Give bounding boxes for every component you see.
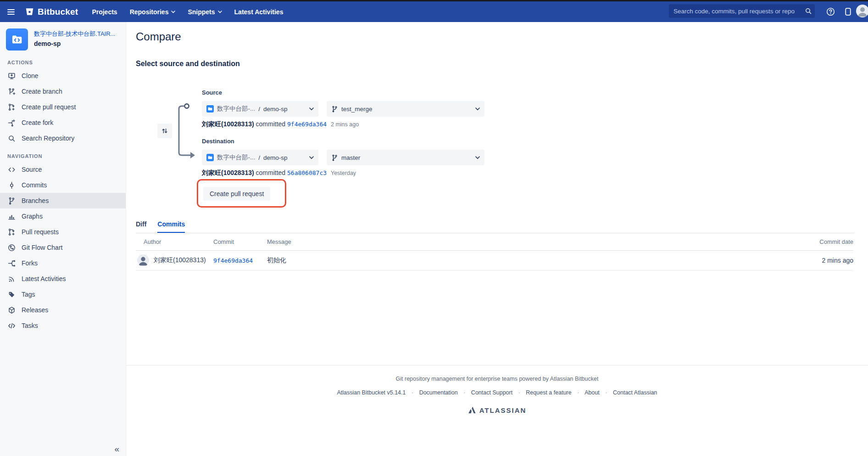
destination-commit-info: 刘家旺(10028313) committed 56a806087c3 Yest…: [202, 169, 356, 177]
atlassian-logo[interactable]: ATLASSIAN: [126, 406, 868, 414]
sidebar-item-graphs[interactable]: Graphs: [0, 208, 126, 224]
search-icon: [805, 7, 812, 15]
repo-titles: 数字中台部-技术中台部.TAIR... demo-sp: [34, 28, 115, 47]
red-highlight-annotation: Create pull request: [197, 179, 286, 208]
sidebar-item-create-branch[interactable]: Create branch: [0, 84, 126, 99]
chevron-down-icon: [309, 107, 314, 111]
footer-link-contact-atlassian[interactable]: Contact Atlassian: [613, 389, 657, 396]
nav-snippets[interactable]: Snippets: [188, 8, 222, 16]
repo-name-link[interactable]: demo-sp: [34, 40, 115, 47]
col-author: Author: [136, 238, 213, 245]
git-flow-chart-icon: [7, 243, 16, 252]
footer-version: Atlassian Bitbucket v5.14.1: [337, 389, 406, 396]
footer-tagline: Git repository management for enterprise…: [126, 376, 868, 382]
author-name: 刘家旺(10028313): [154, 256, 206, 265]
compare-tabs: Diff Commits: [136, 220, 185, 233]
sidebar-item-source[interactable]: Source: [0, 162, 126, 177]
destination-branch-select[interactable]: master: [327, 150, 484, 165]
footer-link-documentation[interactable]: Documentation: [419, 389, 458, 396]
col-commit: Commit: [213, 238, 267, 245]
commit-hash-link[interactable]: 9f4e69da364: [287, 121, 327, 128]
nav-repositories[interactable]: Repositories: [130, 8, 176, 16]
code-tasks-icon: [7, 321, 16, 330]
branch-icon: [331, 106, 338, 113]
sidebar-item-git-flow-chart[interactable]: Git Flow Chart: [0, 240, 126, 255]
nav-latest-activities[interactable]: Latest Activities: [234, 8, 284, 16]
cube-icon: [7, 306, 16, 314]
sidebar-item-tags[interactable]: Tags: [0, 287, 126, 302]
source-commit-info: 刘家旺(10028313) committed 9f4e69da364 2 mi…: [202, 120, 359, 129]
footer-divider: [126, 365, 868, 366]
navbar-links: Projects Repositories Snippets Latest Ac…: [92, 8, 283, 16]
graphs-icon: [7, 212, 16, 220]
user-avatar[interactable]: [856, 5, 868, 17]
create-fork-icon: [7, 118, 16, 127]
folder-icon: [206, 154, 214, 161]
brand-name: Bitbucket: [38, 7, 78, 17]
chevron-down-icon: [218, 11, 222, 13]
sidebar-item-forks[interactable]: Forks: [0, 255, 126, 271]
repo-header: 数字中台部-技术中台部.TAIR... demo-sp: [0, 22, 126, 52]
sidebar-item-branches[interactable]: Branches: [0, 193, 126, 208]
clone-icon: [7, 72, 16, 80]
sidebar-item-create-pull-request[interactable]: Create pull request: [0, 99, 126, 115]
branch-icon: [331, 154, 338, 161]
search-input[interactable]: [669, 4, 815, 18]
destination-repo-select[interactable]: 数字中台部-... / demo-sp: [202, 150, 318, 165]
folder-icon: [206, 105, 214, 113]
footer-links: Atlassian Bitbucket v5.14.1 · Documentat…: [126, 389, 868, 396]
bitbucket-logo[interactable]: Bitbucket: [25, 7, 78, 17]
project-link[interactable]: 数字中台部-技术中台部.TAIR...: [34, 30, 115, 38]
table-row[interactable]: 刘家旺(10028313) 9f4e69da364 初始化 2 mins ago: [136, 251, 853, 270]
bitbucket-bucket-icon: [25, 7, 34, 16]
tab-diff[interactable]: Diff: [136, 220, 146, 233]
search-icon: [7, 134, 16, 142]
footer-link-about[interactable]: About: [584, 389, 600, 396]
repo-sidebar: 数字中台部-技术中台部.TAIR... demo-sp ACTIONS Clon…: [0, 22, 126, 456]
source-branch-select[interactable]: test_merge: [327, 101, 484, 117]
window-top-edge: [0, 0, 868, 1]
col-commit-date: Commit date: [775, 238, 853, 245]
sidebar-item-create-fork[interactable]: Create fork: [0, 115, 126, 130]
repo-avatar[interactable]: [6, 28, 28, 51]
create-pull-request-icon: [7, 103, 16, 111]
sidebar-item-clone[interactable]: Clone: [0, 68, 126, 84]
pull-requests-icon: [7, 228, 16, 236]
navigation-section-header: NAVIGATION: [7, 153, 126, 159]
atlassian-mark-icon: [468, 406, 476, 414]
source-icon: [7, 165, 16, 174]
global-search: [669, 4, 815, 18]
col-message: Message: [267, 238, 775, 245]
sidebar-collapse-button[interactable]: «: [114, 444, 118, 454]
source-label: Source: [202, 89, 222, 96]
commit-hash-link[interactable]: 56a806087c3: [287, 169, 327, 176]
footer-link-request-a-feature[interactable]: Request a feature: [526, 389, 571, 396]
help-icon[interactable]: [826, 7, 835, 17]
create-branch-icon: [7, 87, 16, 96]
footer-link-contact-support[interactable]: Contact Support: [471, 389, 512, 396]
tab-commits[interactable]: Commits: [157, 220, 185, 233]
sidebar-item-tasks[interactable]: Tasks: [0, 318, 126, 333]
sidebar-item-commits[interactable]: Commits: [0, 177, 126, 193]
app-switcher-icon[interactable]: [843, 7, 853, 17]
tag-icon: [7, 290, 16, 298]
nav-projects[interactable]: Projects: [92, 8, 117, 16]
commit-hash-link[interactable]: 9f4e69da364: [213, 257, 267, 264]
page-title: Compare: [136, 30, 181, 43]
chevron-down-icon: [475, 107, 480, 111]
commit-date: 2 mins ago: [775, 257, 853, 264]
swap-source-destination-button[interactable]: [157, 124, 172, 138]
swap-arrows-icon: [161, 127, 168, 135]
forks-icon: [7, 259, 16, 267]
source-repo-select[interactable]: 数字中台部-... / demo-sp: [202, 101, 318, 117]
sidebar-item-releases[interactable]: Releases: [0, 302, 126, 318]
author-avatar: [137, 254, 149, 266]
hamburger-menu-icon[interactable]: [6, 7, 16, 17]
create-pull-request-button[interactable]: Create pull request: [203, 187, 270, 201]
sidebar-item-pull-requests[interactable]: Pull requests: [0, 224, 126, 240]
top-navbar: Bitbucket Projects Repositories Snippets…: [0, 1, 868, 22]
sidebar-item-search-repository[interactable]: Search Repository: [0, 130, 126, 146]
rss-icon: [7, 275, 16, 283]
sidebar-item-latest-activities[interactable]: Latest Activities: [0, 271, 126, 287]
table-header-row: Author Commit Message Commit date: [136, 233, 853, 251]
